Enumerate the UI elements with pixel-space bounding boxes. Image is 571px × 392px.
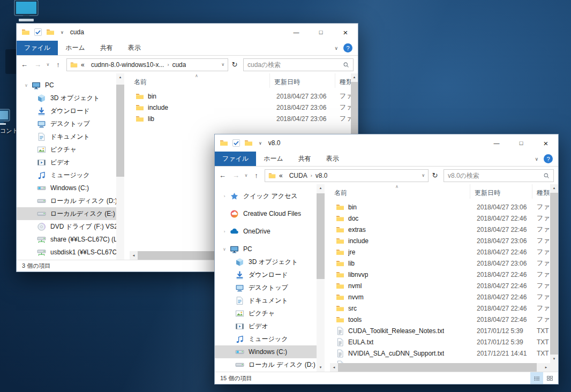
horizontal-scrollbar[interactable]: ◄ ► [330, 363, 550, 372]
file-row[interactable]: libnvvp 2018/04/27 22:46 ファイル [330, 269, 550, 280]
forward-button[interactable]: → [31, 61, 44, 69]
file-row[interactable]: nvvm 2018/04/27 22:46 ファイル [330, 291, 550, 303]
scroll-right-arrow[interactable]: ► [542, 366, 550, 369]
sidebar-item[interactable]: Windows (C:) [215, 345, 317, 358]
column-header-type[interactable]: 種類 [532, 184, 550, 199]
sidebar-item[interactable]: usbdisk1 (¥¥LS-CL67C) (L:) [17, 246, 116, 259]
maximize-button[interactable]: □ [509, 134, 534, 152]
tab-view[interactable]: 表示 [319, 152, 347, 166]
sidebar-item[interactable]: › クイック アクセス [215, 190, 317, 202]
partial-file-row[interactable] [330, 359, 550, 363]
scroll-up-arrow[interactable]: ▲ [317, 184, 325, 192]
file-row[interactable]: include 2018/04/27 23:06 ファイル [130, 102, 351, 113]
sidebar-item[interactable]: 3D オブジェクト [215, 255, 317, 268]
column-header-date[interactable]: 更新日時 [270, 73, 335, 88]
qat-customize-chevron[interactable]: ∨ [259, 141, 262, 146]
sidebar-item[interactable]: 3D オブジェクト [17, 92, 116, 104]
search-icon[interactable] [543, 172, 550, 179]
this-pc-desktop-icon[interactable] [13, 0, 40, 26]
sidebar-item[interactable]: デスクトップ [17, 117, 116, 130]
file-row[interactable]: bin 2018/04/27 23:06 ファイル [130, 91, 351, 102]
sidebar-item[interactable]: ∨ PC [17, 79, 116, 92]
recent-locations-chevron[interactable]: ∨ [243, 173, 250, 178]
address-bar[interactable]: « cudnn-8.0-windows10-x... › cuda ∨ [66, 58, 228, 71]
minimize-button[interactable]: — [484, 134, 509, 152]
sidebar-item[interactable]: ビデオ [215, 320, 317, 333]
search-box[interactable] [444, 169, 554, 182]
up-button[interactable]: ↑ [250, 171, 263, 179]
checkmark-icon[interactable] [232, 139, 241, 147]
scroll-left-arrow[interactable]: ◄ [130, 254, 138, 257]
folder-icon[interactable] [46, 28, 55, 36]
search-input[interactable] [448, 172, 543, 179]
scrollbar-thumb[interactable] [338, 363, 537, 372]
scroll-up-arrow[interactable]: ▲ [351, 73, 358, 81]
vertical-scrollbar[interactable]: ▲ ▼ [550, 184, 558, 372]
tab-share[interactable]: 共有 [291, 152, 319, 166]
titlebar[interactable]: ∨ v8.0 — □ × [215, 134, 558, 152]
address-dropdown-chevron[interactable]: ∨ [218, 62, 224, 67]
help-icon[interactable]: ? [343, 43, 352, 52]
breadcrumb-overflow[interactable]: « [81, 61, 85, 69]
refresh-button[interactable]: ↻ [429, 171, 441, 179]
column-header-name[interactable]: 名前 [330, 184, 470, 199]
tab-view[interactable]: 表示 [121, 41, 148, 55]
sidebar-item[interactable]: ローカル ディスク (D:) [215, 358, 317, 371]
checkmark-icon[interactable] [34, 28, 42, 36]
sidebar-item[interactable]: ∨ PC [215, 243, 317, 255]
file-row[interactable]: jre 2018/04/27 22:46 ファイル [330, 246, 550, 258]
sidebar-item[interactable]: ダウンロード [215, 268, 317, 281]
breadcrumb-segment[interactable]: cuda [172, 61, 186, 69]
address-dropdown-chevron[interactable]: ∨ [418, 173, 425, 178]
sidebar-item[interactable]: ピクチャ [215, 307, 317, 320]
file-row[interactable]: EULA.txt 2017/01/12 5:39 TXT [330, 336, 550, 348]
file-row[interactable]: CUDA_Toolkit_Release_Notes.txt 2017/01/1… [330, 325, 550, 336]
file-row[interactable]: extras 2018/04/27 22:46 ファイル [330, 224, 550, 235]
forward-button[interactable]: → [229, 171, 243, 179]
file-row[interactable]: tools 2018/04/27 22:46 ファイル [330, 314, 550, 325]
file-row[interactable]: src 2018/04/27 22:46 ファイル [330, 303, 550, 314]
search-icon[interactable] [343, 62, 349, 68]
sidebar-item[interactable]: share (¥¥LS-CL67C) (L:) [17, 233, 116, 246]
scroll-down-arrow[interactable]: ▼ [550, 355, 558, 363]
tab-home[interactable]: ホーム [58, 41, 93, 55]
ribbon-expand-chevron[interactable]: ∨ [535, 156, 538, 162]
file-row[interactable]: bin 2018/04/27 23:06 ファイル [330, 201, 550, 213]
tab-home[interactable]: ホーム [256, 152, 291, 166]
sidebar-item[interactable]: ミュージック [215, 333, 317, 345]
back-button[interactable]: ← [216, 171, 229, 179]
tab-file[interactable]: ファイル [215, 152, 256, 166]
sidebar-item[interactable]: ビデオ [17, 156, 116, 169]
expander-chevron[interactable]: › [221, 194, 228, 199]
titlebar[interactable]: ∨ cuda — □ × [17, 24, 358, 41]
search-box[interactable] [243, 58, 354, 71]
help-icon[interactable]: ? [544, 154, 553, 163]
scroll-left-arrow[interactable]: ◄ [330, 366, 338, 369]
minimize-button[interactable]: — [284, 24, 309, 41]
sidebar-item[interactable]: ローカルディスク (E:) [17, 207, 116, 220]
up-button[interactable]: ↑ [51, 61, 65, 69]
column-header-type[interactable]: 種類 [335, 73, 351, 88]
close-button[interactable]: × [534, 134, 558, 152]
search-input[interactable] [247, 61, 343, 69]
file-row[interactable]: doc 2018/04/27 22:46 ファイル [330, 213, 550, 224]
sidebar-scrollbar[interactable]: ▲ [116, 73, 124, 260]
close-button[interactable]: × [333, 24, 358, 41]
sidebar-item[interactable]: ダウンロード [17, 104, 116, 117]
expander-chevron[interactable]: › [221, 229, 228, 234]
breadcrumb-segment[interactable]: cudnn-8.0-windows10-x... [91, 61, 164, 69]
file-row[interactable]: include 2018/04/27 23:06 ファイル [330, 235, 550, 246]
details-view-button[interactable] [530, 372, 543, 384]
folder-icon[interactable] [244, 139, 253, 147]
column-header-name[interactable]: 名前 [130, 73, 270, 88]
scrollbar-thumb[interactable] [116, 85, 124, 177]
file-row[interactable]: lib 2018/04/27 23:06 ファイル [330, 258, 550, 269]
recent-locations-chevron[interactable]: ∨ [44, 62, 51, 67]
refresh-button[interactable]: ↻ [228, 61, 241, 69]
scroll-up-arrow[interactable]: ▲ [116, 73, 124, 81]
sidebar-item[interactable]: Windows (C:) [17, 182, 116, 194]
expander-chevron[interactable]: ∨ [23, 83, 29, 88]
breadcrumb-segment[interactable]: v8.0 [315, 172, 328, 179]
back-button[interactable]: ← [18, 61, 31, 69]
scroll-down-arrow[interactable]: ▼ [317, 364, 325, 372]
